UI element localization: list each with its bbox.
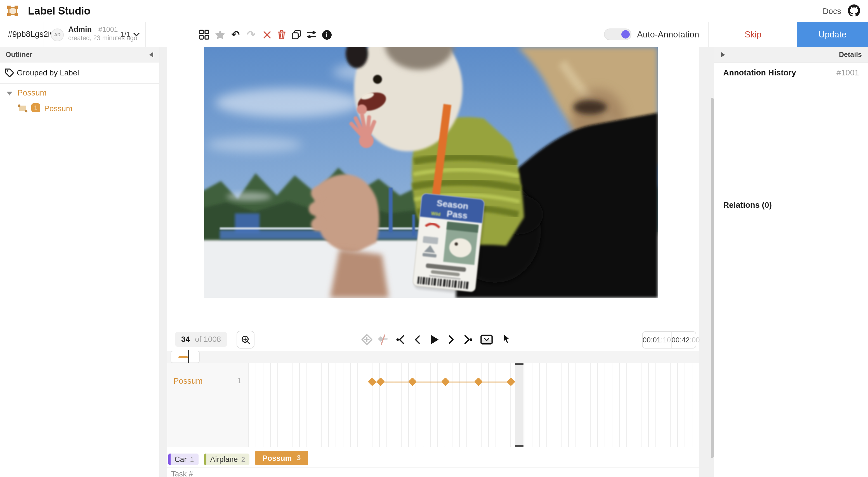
chevron-down-icon[interactable]: [133, 32, 140, 37]
keyframe-diamond[interactable]: [376, 377, 385, 386]
top-bar: Label Studio Docs: [0, 0, 868, 22]
details-header: Details: [714, 47, 868, 63]
user-name: Admin: [68, 25, 92, 34]
relations-title: Relations (0): [723, 201, 772, 209]
total-frames: of 1008: [195, 335, 221, 343]
expand-panel-icon[interactable]: [721, 52, 725, 58]
outliner-title: Outliner: [0, 51, 32, 59]
tree-group-possum[interactable]: Possum: [0, 87, 159, 101]
vertical-scrollbar[interactable]: [711, 98, 714, 458]
grouping-selector[interactable]: Grouped by Label: [0, 63, 159, 84]
region-thumbnail-icon: [17, 104, 28, 113]
timeline-grid[interactable]: [248, 363, 699, 447]
track-count: 1: [238, 376, 242, 385]
github-icon[interactable]: [848, 4, 860, 17]
divider: [167, 467, 699, 468]
time-duration: 00:42:00: [672, 332, 700, 348]
timeline-track-labels: Possum 1: [167, 363, 248, 447]
toggle-knob: [621, 30, 630, 38]
settings-sliders-button[interactable]: [305, 28, 318, 41]
keyframe-add-button[interactable]: [360, 332, 374, 347]
grouping-label: Grouped by Label: [17, 63, 79, 83]
next-keyframe-button[interactable]: [460, 332, 475, 347]
seeker-keyframe-range: [178, 356, 188, 358]
region-index-badge: 1: [31, 103, 40, 112]
play-button[interactable]: [427, 332, 441, 347]
cancel-button[interactable]: [260, 28, 274, 41]
annotation-pager: 1/1: [120, 22, 130, 47]
divider: [714, 217, 868, 217]
divider: [714, 193, 868, 193]
skip-button[interactable]: Skip: [708, 22, 798, 47]
redo-button[interactable]: ↷: [244, 28, 258, 41]
timeline: Possum 1: [167, 363, 699, 447]
duplicate-button[interactable]: [290, 28, 303, 41]
divider: [146, 22, 146, 47]
label-chip-car[interactable]: Car 1: [168, 453, 198, 465]
keyframe-diamond[interactable]: [408, 377, 417, 386]
collapse-panel-icon[interactable]: [149, 52, 153, 58]
annotation-history-id: #1001: [836, 68, 859, 77]
app-title: Label Studio: [28, 0, 90, 22]
auto-annotation-label: Auto-Annotation: [637, 22, 699, 47]
video-controls: 34 of 1008: [167, 327, 699, 351]
divider: [43, 22, 44, 47]
svg-text:Pass: Pass: [446, 209, 468, 221]
outliner-header: Outliner: [0, 47, 159, 63]
task-id: #9pb8Lgs2iv: [8, 22, 54, 47]
seeker-viewport[interactable]: [170, 351, 200, 363]
video-badge: Season Pass Wild: [412, 193, 486, 295]
page-body: Outliner Grouped by Label Possum 1: [0, 47, 868, 477]
keyframe-diamond[interactable]: [368, 377, 377, 386]
update-button[interactable]: Update: [797, 22, 868, 47]
grid-view-button[interactable]: [197, 28, 211, 41]
undo-button[interactable]: ↶: [229, 28, 242, 41]
current-frame: 34: [181, 335, 190, 343]
label-studio-window: Label Studio Docs #9pb8Lgs2iv AD Admin #…: [0, 0, 868, 477]
time-display: 00:01:10 00:42:00: [642, 331, 696, 348]
svg-text:Wild: Wild: [431, 211, 441, 217]
tag-icon: [4, 68, 14, 78]
prev-frame-button[interactable]: [410, 332, 425, 347]
region-label: Possum: [44, 104, 72, 113]
time-position[interactable]: 00:01:10: [643, 332, 672, 348]
video-frame[interactable]: Season Pass Wild: [204, 47, 658, 298]
annotation-card: Season Pass Wild: [167, 47, 699, 477]
timeline-playhead[interactable]: [515, 363, 524, 447]
keyframe-diamond[interactable]: [507, 377, 516, 386]
keyframe-remove-button[interactable]: [375, 332, 390, 347]
label-chip-possum[interactable]: Possum 3: [255, 451, 308, 465]
delete-button[interactable]: [275, 28, 288, 41]
frame-counter[interactable]: 34 of 1008: [175, 332, 227, 347]
info-button[interactable]: i: [320, 28, 333, 41]
label-studio-logo-icon: [7, 6, 18, 16]
zoom-in-icon: [241, 335, 250, 344]
task-number-label: Task #: [171, 470, 193, 477]
keyframe-diamond[interactable]: [441, 377, 450, 386]
annotation-id: #1001: [98, 26, 118, 34]
avatar[interactable]: AD: [51, 29, 64, 41]
seeker-playhead[interactable]: [188, 350, 189, 364]
track-label[interactable]: Possum: [174, 376, 203, 385]
label-chips-row: Car 1 Airplane 2 Possum 3: [168, 450, 313, 465]
prev-keyframe-button[interactable]: [394, 332, 408, 347]
details-panel: Details Annotation History #1001 Relatio…: [714, 47, 868, 477]
outliner-panel: Outliner Grouped by Label Possum 1: [0, 47, 159, 477]
tree-group-label: Possum: [17, 88, 47, 97]
toggle-timeline-button[interactable]: [479, 332, 494, 347]
next-frame-button[interactable]: [443, 332, 458, 347]
timeline-seeker[interactable]: [167, 351, 699, 363]
task-bar: #9pb8Lgs2iv AD Admin #1001 created, 23 m…: [0, 22, 868, 47]
keyframe-diamond[interactable]: [474, 377, 483, 386]
collapse-group-icon[interactable]: [7, 92, 12, 96]
zoom-in-button[interactable]: [237, 331, 254, 348]
tree-item-possum-region[interactable]: 1 Possum: [0, 103, 159, 116]
auto-annotation-toggle[interactable]: [604, 29, 631, 40]
label-chip-airplane[interactable]: Airplane 2: [204, 453, 249, 465]
annotation-history-title: Annotation History: [723, 68, 796, 77]
star-button[interactable]: [213, 28, 226, 41]
docs-link[interactable]: Docs: [823, 0, 841, 22]
details-title: Details: [839, 47, 862, 63]
